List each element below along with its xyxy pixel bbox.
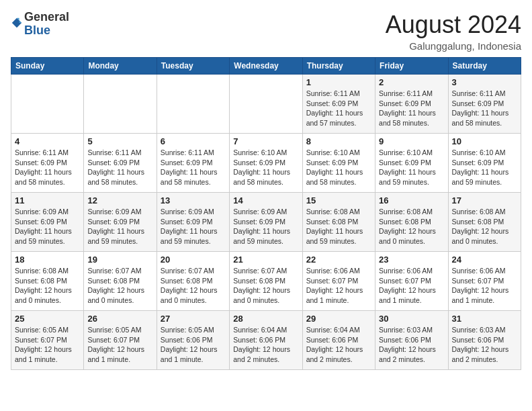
calendar-cell <box>230 75 302 134</box>
calendar-cell: 4Sunrise: 6:11 AMSunset: 6:09 PMDaylight… <box>11 134 84 193</box>
day-info: Sunrise: 6:09 AMSunset: 6:09 PMDaylight:… <box>15 207 80 246</box>
day-number: 18 <box>15 255 80 265</box>
day-number: 7 <box>233 136 298 146</box>
day-info: Sunrise: 6:04 AMSunset: 6:06 PMDaylight:… <box>233 325 298 365</box>
calendar-cell: 14Sunrise: 6:09 AMSunset: 6:09 PMDayligh… <box>230 193 302 252</box>
calendar-title: August 2024 <box>386 11 521 39</box>
day-number: 5 <box>87 136 152 146</box>
day-number: 27 <box>161 314 226 324</box>
day-info: Sunrise: 6:05 AMSunset: 6:07 PMDaylight:… <box>15 325 80 365</box>
weekday-header-saturday: Saturday <box>448 58 521 75</box>
logo: General Blue <box>11 11 69 38</box>
day-number: 8 <box>306 136 371 146</box>
day-info: Sunrise: 6:09 AMSunset: 6:09 PMDaylight:… <box>161 207 226 246</box>
day-number: 1 <box>306 77 371 87</box>
day-number: 19 <box>87 255 152 265</box>
day-info: Sunrise: 6:09 AMSunset: 6:09 PMDaylight:… <box>233 207 298 246</box>
calendar-cell: 1Sunrise: 6:11 AMSunset: 6:09 PMDaylight… <box>302 75 375 134</box>
day-info: Sunrise: 6:11 AMSunset: 6:09 PMDaylight:… <box>379 89 444 128</box>
weekday-header-monday: Monday <box>84 58 157 75</box>
calendar-cell <box>11 75 84 134</box>
calendar-week-row: 1Sunrise: 6:11 AMSunset: 6:09 PMDaylight… <box>11 75 521 134</box>
calendar-subtitle: Galunggalung, Indonesia <box>386 40 521 52</box>
calendar-cell: 20Sunrise: 6:07 AMSunset: 6:08 PMDayligh… <box>157 252 229 311</box>
calendar-cell: 12Sunrise: 6:09 AMSunset: 6:09 PMDayligh… <box>84 193 157 252</box>
day-info: Sunrise: 6:08 AMSunset: 6:08 PMDaylight:… <box>306 207 371 246</box>
calendar-cell: 27Sunrise: 6:05 AMSunset: 6:06 PMDayligh… <box>157 311 229 370</box>
weekday-header-wednesday: Wednesday <box>230 58 302 75</box>
calendar-cell <box>157 75 229 134</box>
calendar-cell: 29Sunrise: 6:04 AMSunset: 6:06 PMDayligh… <box>302 311 375 370</box>
day-number: 3 <box>452 77 517 87</box>
calendar-cell: 13Sunrise: 6:09 AMSunset: 6:09 PMDayligh… <box>157 193 229 252</box>
day-info: Sunrise: 6:11 AMSunset: 6:09 PMDaylight:… <box>452 89 517 128</box>
calendar-cell: 28Sunrise: 6:04 AMSunset: 6:06 PMDayligh… <box>230 311 302 370</box>
calendar-cell: 31Sunrise: 6:03 AMSunset: 6:06 PMDayligh… <box>448 311 521 370</box>
day-info: Sunrise: 6:10 AMSunset: 6:09 PMDaylight:… <box>452 148 517 187</box>
weekday-header-tuesday: Tuesday <box>157 58 229 75</box>
day-number: 12 <box>87 195 152 205</box>
day-number: 23 <box>379 255 444 265</box>
day-info: Sunrise: 6:06 AMSunset: 6:07 PMDaylight:… <box>306 266 371 306</box>
calendar-cell: 19Sunrise: 6:07 AMSunset: 6:08 PMDayligh… <box>84 252 157 311</box>
calendar-week-row: 4Sunrise: 6:11 AMSunset: 6:09 PMDaylight… <box>11 134 521 193</box>
day-info: Sunrise: 6:06 AMSunset: 6:07 PMDaylight:… <box>379 266 444 306</box>
calendar-table: SundayMondayTuesdayWednesdayThursdayFrid… <box>11 57 521 370</box>
title-block: August 2024 Galunggalung, Indonesia <box>386 11 521 52</box>
calendar-cell: 6Sunrise: 6:11 AMSunset: 6:09 PMDaylight… <box>157 134 229 193</box>
logo-icon <box>11 17 23 29</box>
calendar-cell: 25Sunrise: 6:05 AMSunset: 6:07 PMDayligh… <box>11 311 84 370</box>
calendar-cell: 17Sunrise: 6:08 AMSunset: 6:08 PMDayligh… <box>448 193 521 252</box>
page-header: General Blue August 2024 Galunggalung, I… <box>11 11 521 52</box>
day-number: 9 <box>379 136 444 146</box>
day-number: 16 <box>379 195 444 205</box>
calendar-cell: 26Sunrise: 6:05 AMSunset: 6:07 PMDayligh… <box>84 311 157 370</box>
day-number: 31 <box>452 314 517 324</box>
weekday-header-sunday: Sunday <box>11 58 84 75</box>
day-info: Sunrise: 6:05 AMSunset: 6:06 PMDaylight:… <box>161 325 226 365</box>
day-info: Sunrise: 6:08 AMSunset: 6:08 PMDaylight:… <box>379 207 444 246</box>
day-number: 22 <box>306 255 371 265</box>
day-number: 28 <box>233 314 298 324</box>
logo-blue-text: Blue <box>24 24 50 37</box>
weekday-header-thursday: Thursday <box>302 58 375 75</box>
weekday-header-row: SundayMondayTuesdayWednesdayThursdayFrid… <box>11 58 521 75</box>
calendar-week-row: 11Sunrise: 6:09 AMSunset: 6:09 PMDayligh… <box>11 193 521 252</box>
day-info: Sunrise: 6:03 AMSunset: 6:06 PMDaylight:… <box>452 325 517 365</box>
day-info: Sunrise: 6:07 AMSunset: 6:08 PMDaylight:… <box>87 266 152 306</box>
calendar-cell: 15Sunrise: 6:08 AMSunset: 6:08 PMDayligh… <box>302 193 375 252</box>
day-number: 20 <box>161 255 226 265</box>
day-info: Sunrise: 6:04 AMSunset: 6:06 PMDaylight:… <box>306 325 371 365</box>
day-number: 17 <box>452 195 517 205</box>
day-info: Sunrise: 6:11 AMSunset: 6:09 PMDaylight:… <box>161 148 226 187</box>
day-number: 4 <box>15 136 80 146</box>
day-info: Sunrise: 6:06 AMSunset: 6:07 PMDaylight:… <box>452 266 517 306</box>
day-number: 30 <box>379 314 444 324</box>
calendar-week-row: 25Sunrise: 6:05 AMSunset: 6:07 PMDayligh… <box>11 311 521 370</box>
day-info: Sunrise: 6:10 AMSunset: 6:09 PMDaylight:… <box>233 148 298 187</box>
calendar-cell: 5Sunrise: 6:11 AMSunset: 6:09 PMDaylight… <box>84 134 157 193</box>
day-info: Sunrise: 6:07 AMSunset: 6:08 PMDaylight:… <box>161 266 226 306</box>
day-info: Sunrise: 6:07 AMSunset: 6:08 PMDaylight:… <box>233 266 298 306</box>
day-number: 24 <box>452 255 517 265</box>
calendar-cell: 2Sunrise: 6:11 AMSunset: 6:09 PMDaylight… <box>375 75 448 134</box>
day-number: 15 <box>306 195 371 205</box>
day-info: Sunrise: 6:11 AMSunset: 6:09 PMDaylight:… <box>87 148 152 187</box>
weekday-header-friday: Friday <box>375 58 448 75</box>
calendar-cell: 10Sunrise: 6:10 AMSunset: 6:09 PMDayligh… <box>448 134 521 193</box>
calendar-week-row: 18Sunrise: 6:08 AMSunset: 6:08 PMDayligh… <box>11 252 521 311</box>
day-info: Sunrise: 6:11 AMSunset: 6:09 PMDaylight:… <box>15 148 80 187</box>
calendar-cell: 24Sunrise: 6:06 AMSunset: 6:07 PMDayligh… <box>448 252 521 311</box>
calendar-cell: 11Sunrise: 6:09 AMSunset: 6:09 PMDayligh… <box>11 193 84 252</box>
day-number: 13 <box>161 195 226 205</box>
day-info: Sunrise: 6:11 AMSunset: 6:09 PMDaylight:… <box>306 89 371 128</box>
day-number: 25 <box>15 314 80 324</box>
logo-general-text: General <box>24 10 69 24</box>
calendar-cell <box>84 75 157 134</box>
day-number: 10 <box>452 136 517 146</box>
day-info: Sunrise: 6:05 AMSunset: 6:07 PMDaylight:… <box>87 325 152 365</box>
day-info: Sunrise: 6:03 AMSunset: 6:06 PMDaylight:… <box>379 325 444 365</box>
day-number: 11 <box>15 195 80 205</box>
calendar-cell: 7Sunrise: 6:10 AMSunset: 6:09 PMDaylight… <box>230 134 302 193</box>
day-number: 29 <box>306 314 371 324</box>
